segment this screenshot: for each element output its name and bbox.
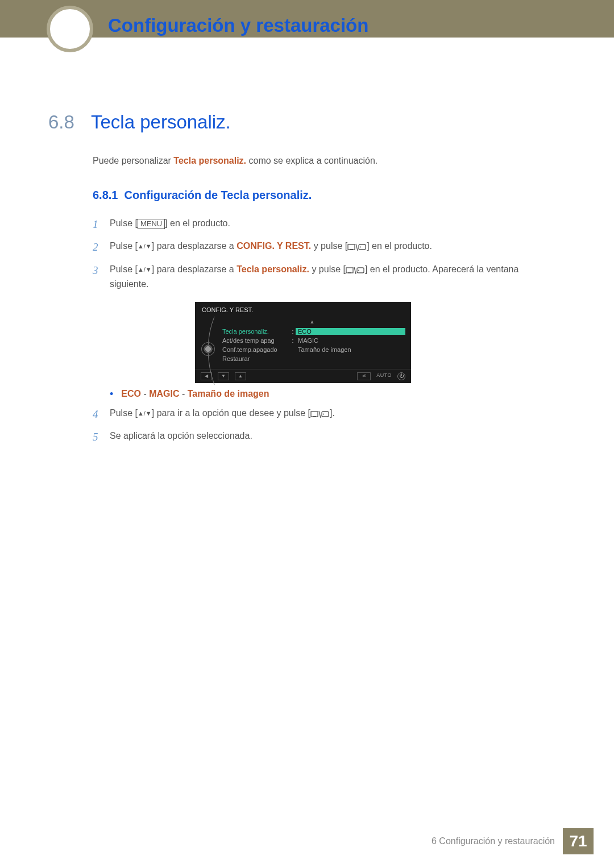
osd-label: Tecla personaliz.	[219, 328, 290, 335]
svg-rect-11	[313, 416, 316, 417]
step-number: 3	[93, 262, 110, 279]
section-number: 6.8	[48, 111, 91, 133]
bold-term: CONFIG. Y REST.	[237, 241, 311, 251]
text: y pulse [	[311, 241, 347, 251]
svg-rect-6	[348, 272, 351, 273]
svg-point-14	[323, 413, 324, 414]
step-number: 5	[93, 429, 110, 446]
steps-list: 1 Pulse [MENU] en el producto. 2 Pulse […	[93, 216, 560, 446]
step-4: 4 Pulse [▲/▼] para ir a la opción que de…	[93, 406, 560, 423]
source-enter-icon	[347, 239, 367, 254]
svg-rect-5	[346, 268, 353, 273]
svg-line-12	[319, 411, 321, 418]
text: ].	[330, 408, 335, 418]
options-bullet: • ECO - MAGIC - Tamaño de imagen	[110, 389, 560, 399]
osd-nav-bar: ◀ ▼ ▲ ⏎ AUTO ⏻	[195, 369, 411, 383]
osd-value: MAGIC	[296, 337, 405, 344]
option: MAGIC	[149, 389, 179, 398]
svg-rect-13	[322, 412, 329, 417]
header-bar: Configuración y restauración	[0, 0, 614, 38]
page-number: 71	[563, 828, 594, 854]
section-heading: 6.8 Tecla personaliz.	[48, 111, 560, 133]
step-text: Pulse [▲/▼] para desplazarse a Tecla per…	[110, 262, 560, 292]
osd-label: Restaurar	[219, 355, 290, 362]
osd-body: ▲ Tecla personaliz. : ECO Act/des temp a…	[195, 318, 411, 369]
text: Pulse [	[110, 241, 138, 251]
osd-title: CONFIG. Y REST.	[195, 305, 411, 318]
bold-term: Tecla personaliz.	[237, 264, 309, 274]
subsection-heading: 6.8.1 Configuración de Tecla personaliz.	[93, 189, 560, 202]
intro-prefix: Puede personalizar	[93, 156, 173, 165]
options-text: ECO - MAGIC - Tamaño de imagen	[121, 389, 269, 399]
chapter-title: Configuración y restauración	[108, 15, 368, 36]
svg-rect-8	[357, 268, 364, 273]
source-enter-icon	[346, 263, 365, 277]
gear-icon	[202, 343, 214, 355]
intro-paragraph: Puede personalizar Tecla personaliz. com…	[93, 156, 560, 166]
svg-point-4	[360, 247, 361, 248]
section-title: Tecla personaliz.	[91, 111, 231, 133]
text: Pulse [	[110, 218, 138, 228]
step-2: 2 Pulse [▲/▼] para desplazarse a CONFIG.…	[93, 239, 560, 256]
text: Pulse [	[110, 264, 138, 274]
colon: :	[290, 337, 296, 344]
osd-row: Act/des temp apag : MAGIC	[219, 336, 405, 345]
step-5: 5 Se aplicará la opción seleccionada.	[93, 429, 560, 446]
subsection-title: Configuración de Tecla personaliz.	[125, 189, 312, 201]
osd-row: Conf.temp.apagado Tamaño de imagen	[219, 345, 405, 354]
source-enter-icon	[310, 406, 330, 421]
svg-point-9	[358, 269, 359, 271]
svg-rect-1	[350, 249, 353, 250]
colon: :	[290, 328, 296, 335]
step-3: 3 Pulse [▲/▼] para desplazarse a Tecla p…	[93, 262, 560, 292]
intro-suffix: como se explica a continuación.	[246, 156, 377, 165]
option: ECO	[121, 389, 141, 398]
sep: -	[141, 389, 149, 398]
step-number: 1	[93, 216, 110, 233]
svg-line-2	[356, 244, 358, 251]
step-number: 4	[93, 406, 110, 423]
step-text: Pulse [▲/▼] para desplazarse a CONFIG. Y…	[110, 239, 560, 254]
menu-button-icon: MENU	[138, 219, 165, 229]
up-arrow-icon: ▲	[219, 319, 405, 325]
chapter-badge	[47, 6, 93, 52]
bullet-icon: •	[110, 389, 113, 399]
text: Pulse [	[110, 408, 138, 418]
text: ] en el producto.	[367, 241, 432, 251]
up-down-arrow-icon: ▲/▼	[138, 265, 152, 275]
up-down-arrow-icon: ▲/▼	[138, 242, 152, 252]
step-text: Pulse [MENU] en el producto.	[110, 216, 560, 231]
osd-row: Restaurar	[219, 354, 405, 363]
step-number: 2	[93, 239, 110, 256]
text: ] en el producto.	[165, 218, 230, 228]
svg-rect-10	[311, 412, 318, 417]
osd-label: Act/des temp apag	[219, 337, 290, 344]
osd-value-highlight: ECO	[296, 328, 405, 335]
svg-line-7	[354, 267, 356, 274]
enter-icon: ⏎	[357, 372, 371, 380]
text: ] para desplazarse a	[152, 241, 237, 251]
footer-chapter-text: 6 Configuración y restauración	[432, 836, 555, 846]
intro-bold: Tecla personaliz.	[173, 156, 246, 165]
text: ] para desplazarse a	[152, 264, 237, 274]
up-down-arrow-icon: ▲/▼	[138, 409, 152, 419]
footer: 6 Configuración y restauración 71	[432, 828, 594, 854]
osd-arc	[201, 318, 219, 363]
text: y pulse [	[309, 264, 346, 274]
sep: -	[180, 389, 188, 398]
step-text: Se aplicará la opción seleccionada.	[110, 429, 560, 443]
up-icon: ▲	[235, 372, 246, 380]
svg-rect-0	[348, 244, 355, 250]
step-1: 1 Pulse [MENU] en el producto.	[93, 216, 560, 233]
osd-label: Conf.temp.apagado	[219, 346, 290, 353]
osd-menu: ▲ Tecla personaliz. : ECO Act/des temp a…	[219, 318, 405, 363]
osd-value: Tamaño de imagen	[296, 346, 405, 353]
option: Tamaño de imagen	[188, 389, 269, 398]
subsection-number: 6.8.1	[93, 189, 118, 201]
step-text: Pulse [▲/▼] para ir a la opción que dese…	[110, 406, 560, 421]
text: ] para ir a la opción que desee y pulse …	[152, 408, 310, 418]
page-content: 6.8 Tecla personaliz. Puede personalizar…	[0, 38, 614, 446]
osd-row-selected: Tecla personaliz. : ECO	[219, 327, 405, 336]
svg-rect-3	[359, 244, 366, 250]
osd-nav-right: ⏎ AUTO ⏻	[357, 372, 405, 380]
